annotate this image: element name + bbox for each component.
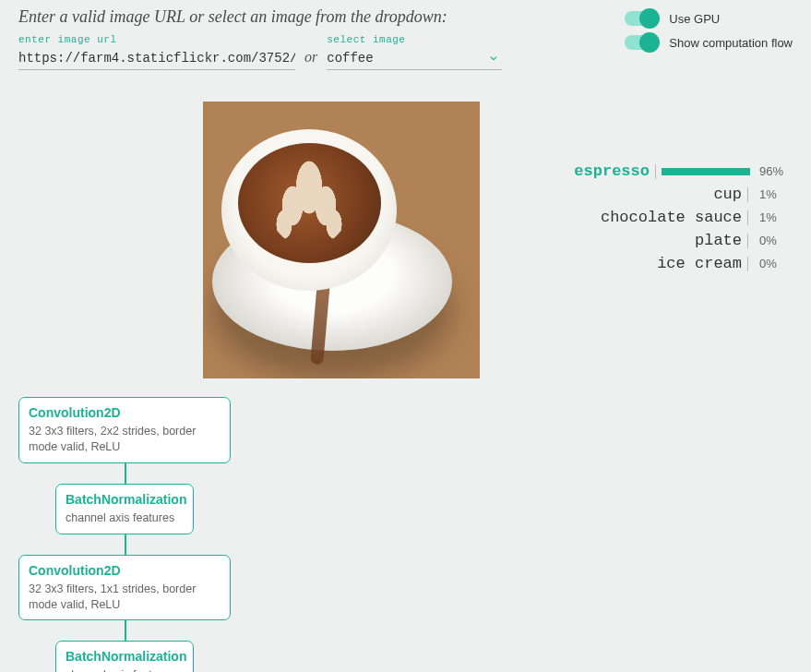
flow-node[interactable]: Convolution2D32 3x3 filters, 1x1 strides… [18, 555, 231, 621]
node-subtitle: channel axis features [66, 510, 184, 526]
url-field-label: enter image url [18, 34, 295, 45]
result-row: cup1% [572, 186, 783, 203]
result-label: ice cream [657, 255, 742, 272]
result-label: chocolate sauce [601, 209, 742, 226]
node-title: Convolution2D [29, 563, 221, 578]
node-title: BatchNormalization [66, 649, 184, 664]
flow-connector [125, 534, 126, 555]
result-label: cup [713, 186, 742, 203]
toggle-0[interactable] [625, 11, 658, 26]
divider [747, 187, 748, 202]
result-row: chocolate sauce1% [572, 209, 783, 226]
node-subtitle: 32 3x3 filters, 1x1 strides, border mode… [29, 582, 221, 613]
node-subtitle: channel axis features [66, 667, 184, 672]
input-image [203, 102, 480, 378]
result-pct: 0% [759, 234, 783, 247]
divider [747, 257, 748, 271]
divider [655, 164, 656, 179]
divider [747, 210, 748, 225]
select-field-label: select image [327, 34, 502, 45]
divider [747, 234, 748, 248]
toggle-1[interactable] [625, 35, 658, 50]
flow-connector [125, 463, 126, 484]
node-title: BatchNormalization [66, 492, 184, 507]
node-subtitle: 32 3x3 filters, 2x2 strides, border mode… [29, 424, 221, 455]
result-pct: 96% [759, 164, 783, 178]
or-separator: or [304, 40, 317, 66]
flow-node[interactable]: Convolution2D32 3x3 filters, 2x2 strides… [18, 397, 231, 463]
node-title: Convolution2D [29, 405, 221, 420]
result-row: espresso96% [572, 162, 783, 180]
result-label: espresso [574, 162, 650, 180]
result-label: plate [695, 232, 742, 249]
prompt-text: Enter a valid image URL or select an ima… [18, 7, 502, 27]
flow-node[interactable]: BatchNormalizationchannel axis features [55, 641, 194, 672]
image-select-dropdown[interactable] [327, 47, 502, 70]
result-row: ice cream0% [572, 255, 783, 272]
computation-flow: Convolution2D32 3x3 filters, 2x2 strides… [18, 397, 249, 672]
toggle-label: Use GPU [669, 12, 720, 26]
classification-results: espresso96%cup1%chocolate sauce1%plate0%… [572, 102, 793, 378]
flow-node[interactable]: BatchNormalizationchannel axis features [55, 484, 194, 534]
result-row: plate0% [572, 232, 783, 249]
result-pct: 0% [759, 257, 783, 270]
result-bar [662, 166, 754, 177]
result-pct: 1% [759, 210, 783, 224]
toggle-label: Show computation flow [669, 36, 793, 50]
flow-connector [125, 620, 126, 641]
image-url-input[interactable] [18, 47, 295, 70]
result-pct: 1% [759, 187, 783, 201]
